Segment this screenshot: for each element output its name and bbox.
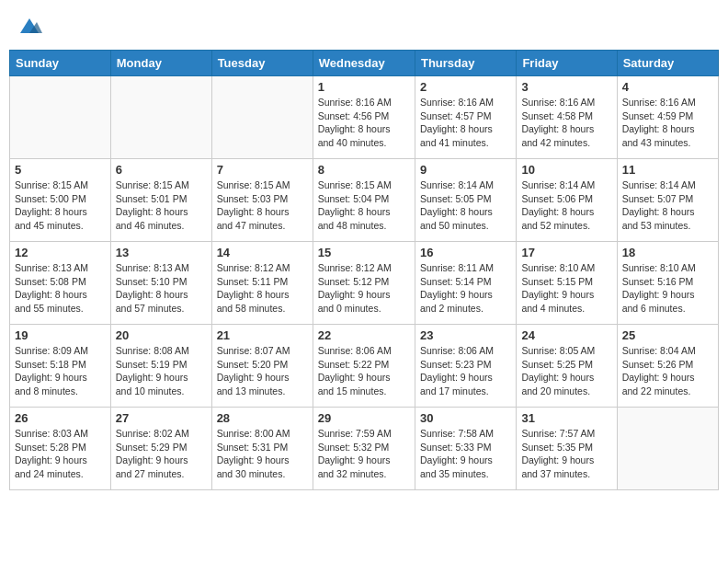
week-row-4: 19Sunrise: 8:09 AM Sunset: 5:18 PM Dayli… [10, 325, 719, 408]
weekday-header-row: SundayMondayTuesdayWednesdayThursdayFrid… [10, 51, 719, 76]
weekday-header-sunday: Sunday [10, 51, 111, 76]
calendar-cell: 16Sunrise: 8:11 AM Sunset: 5:14 PM Dayli… [415, 242, 516, 325]
day-number: 13 [116, 246, 207, 259]
calendar-cell: 24Sunrise: 8:05 AM Sunset: 5:25 PM Dayli… [517, 325, 617, 408]
calendar-cell: 21Sunrise: 8:07 AM Sunset: 5:20 PM Dayli… [211, 325, 313, 408]
day-number: 30 [420, 411, 511, 425]
page-header [9, 9, 719, 42]
day-info: Sunrise: 8:11 AM Sunset: 5:14 PM Dayligh… [420, 261, 511, 316]
day-number: 31 [521, 411, 611, 425]
day-info: Sunrise: 8:07 AM Sunset: 5:20 PM Dayligh… [217, 344, 308, 398]
logo [17, 13, 46, 39]
day-info: Sunrise: 8:09 AM Sunset: 5:18 PM Dayligh… [15, 344, 106, 398]
calendar-table: SundayMondayTuesdayWednesdayThursdayFrid… [9, 50, 719, 490]
day-info: Sunrise: 7:58 AM Sunset: 5:33 PM Dayligh… [420, 427, 511, 481]
calendar-cell: 8Sunrise: 8:15 AM Sunset: 5:04 PM Daylig… [313, 159, 415, 242]
week-row-1: 1Sunrise: 8:16 AM Sunset: 4:56 PM Daylig… [10, 76, 719, 159]
day-info: Sunrise: 8:15 AM Sunset: 5:03 PM Dayligh… [217, 178, 308, 233]
day-info: Sunrise: 8:08 AM Sunset: 5:19 PM Dayligh… [116, 344, 207, 398]
day-info: Sunrise: 8:15 AM Sunset: 5:01 PM Dayligh… [116, 178, 207, 233]
weekday-header-monday: Monday [110, 51, 211, 76]
day-info: Sunrise: 8:15 AM Sunset: 5:04 PM Dayligh… [318, 178, 410, 233]
day-number: 29 [318, 411, 410, 425]
day-info: Sunrise: 8:16 AM Sunset: 4:56 PM Dayligh… [318, 96, 410, 150]
day-info: Sunrise: 8:10 AM Sunset: 5:15 PM Dayligh… [521, 261, 611, 316]
calendar-cell: 13Sunrise: 8:13 AM Sunset: 5:10 PM Dayli… [110, 242, 211, 325]
day-number: 10 [521, 163, 611, 177]
day-info: Sunrise: 8:06 AM Sunset: 5:22 PM Dayligh… [318, 344, 410, 398]
calendar-cell [110, 76, 211, 159]
day-number: 3 [521, 80, 611, 94]
weekday-header-friday: Friday [517, 51, 617, 76]
day-number: 9 [420, 163, 511, 177]
calendar-cell: 19Sunrise: 8:09 AM Sunset: 5:18 PM Dayli… [10, 325, 111, 408]
day-number: 5 [15, 163, 106, 177]
calendar-cell: 10Sunrise: 8:14 AM Sunset: 5:06 PM Dayli… [517, 159, 617, 242]
day-number: 2 [420, 80, 511, 94]
calendar-cell: 2Sunrise: 8:16 AM Sunset: 4:57 PM Daylig… [415, 76, 516, 159]
day-info: Sunrise: 8:12 AM Sunset: 5:12 PM Dayligh… [318, 261, 410, 316]
day-info: Sunrise: 8:15 AM Sunset: 5:00 PM Dayligh… [15, 178, 106, 233]
calendar-cell: 27Sunrise: 8:02 AM Sunset: 5:29 PM Dayli… [110, 408, 211, 490]
day-number: 28 [217, 411, 308, 425]
day-number: 23 [420, 328, 511, 342]
calendar-cell [10, 76, 111, 159]
calendar-cell: 9Sunrise: 8:14 AM Sunset: 5:05 PM Daylig… [415, 159, 516, 242]
day-info: Sunrise: 8:16 AM Sunset: 4:57 PM Dayligh… [420, 96, 511, 150]
calendar-cell: 12Sunrise: 8:13 AM Sunset: 5:08 PM Dayli… [10, 242, 111, 325]
day-info: Sunrise: 8:00 AM Sunset: 5:31 PM Dayligh… [217, 427, 308, 481]
day-number: 14 [217, 246, 308, 259]
calendar-cell: 1Sunrise: 8:16 AM Sunset: 4:56 PM Daylig… [313, 76, 415, 159]
day-number: 6 [116, 163, 207, 177]
day-number: 12 [15, 246, 106, 259]
day-info: Sunrise: 8:16 AM Sunset: 4:59 PM Dayligh… [622, 96, 713, 150]
day-number: 18 [622, 246, 713, 259]
day-number: 15 [318, 246, 410, 259]
day-info: Sunrise: 8:10 AM Sunset: 5:16 PM Dayligh… [622, 261, 713, 316]
weekday-header-thursday: Thursday [415, 51, 516, 76]
calendar-cell: 5Sunrise: 8:15 AM Sunset: 5:00 PM Daylig… [10, 159, 111, 242]
calendar-cell: 6Sunrise: 8:15 AM Sunset: 5:01 PM Daylig… [110, 159, 211, 242]
day-number: 21 [217, 328, 308, 342]
day-info: Sunrise: 8:13 AM Sunset: 5:08 PM Dayligh… [15, 261, 106, 316]
calendar-cell: 29Sunrise: 7:59 AM Sunset: 5:32 PM Dayli… [313, 408, 415, 490]
calendar-cell: 28Sunrise: 8:00 AM Sunset: 5:31 PM Dayli… [211, 408, 313, 490]
calendar-cell: 11Sunrise: 8:14 AM Sunset: 5:07 PM Dayli… [617, 159, 718, 242]
day-info: Sunrise: 8:06 AM Sunset: 5:23 PM Dayligh… [420, 344, 511, 398]
day-number: 24 [521, 328, 611, 342]
day-info: Sunrise: 8:02 AM Sunset: 5:29 PM Dayligh… [116, 427, 207, 481]
logo-icon [17, 13, 42, 39]
calendar-cell: 26Sunrise: 8:03 AM Sunset: 5:28 PM Dayli… [10, 408, 111, 490]
day-info: Sunrise: 7:57 AM Sunset: 5:35 PM Dayligh… [521, 427, 611, 481]
weekday-header-wednesday: Wednesday [313, 51, 415, 76]
calendar-cell: 15Sunrise: 8:12 AM Sunset: 5:12 PM Dayli… [313, 242, 415, 325]
weekday-header-tuesday: Tuesday [211, 51, 313, 76]
day-number: 11 [622, 163, 713, 177]
day-number: 17 [521, 246, 611, 259]
calendar-cell: 20Sunrise: 8:08 AM Sunset: 5:19 PM Dayli… [110, 325, 211, 408]
day-number: 1 [318, 80, 410, 94]
day-number: 8 [318, 163, 410, 177]
calendar-cell: 31Sunrise: 7:57 AM Sunset: 5:35 PM Dayli… [517, 408, 617, 490]
week-row-3: 12Sunrise: 8:13 AM Sunset: 5:08 PM Dayli… [10, 242, 719, 325]
day-info: Sunrise: 8:16 AM Sunset: 4:58 PM Dayligh… [521, 96, 611, 150]
day-info: Sunrise: 7:59 AM Sunset: 5:32 PM Dayligh… [318, 427, 410, 481]
week-row-2: 5Sunrise: 8:15 AM Sunset: 5:00 PM Daylig… [10, 159, 719, 242]
calendar-cell: 25Sunrise: 8:04 AM Sunset: 5:26 PM Dayli… [617, 325, 718, 408]
day-number: 4 [622, 80, 713, 94]
calendar-cell [211, 76, 313, 159]
day-number: 26 [15, 411, 106, 425]
day-info: Sunrise: 8:03 AM Sunset: 5:28 PM Dayligh… [15, 427, 106, 481]
day-info: Sunrise: 8:05 AM Sunset: 5:25 PM Dayligh… [521, 344, 611, 398]
day-number: 20 [116, 328, 207, 342]
calendar-cell: 3Sunrise: 8:16 AM Sunset: 4:58 PM Daylig… [517, 76, 617, 159]
weekday-header-saturday: Saturday [617, 51, 718, 76]
day-info: Sunrise: 8:14 AM Sunset: 5:07 PM Dayligh… [622, 178, 713, 233]
day-info: Sunrise: 8:12 AM Sunset: 5:11 PM Dayligh… [217, 261, 308, 316]
calendar-cell: 4Sunrise: 8:16 AM Sunset: 4:59 PM Daylig… [617, 76, 718, 159]
day-number: 25 [622, 328, 713, 342]
calendar-cell: 14Sunrise: 8:12 AM Sunset: 5:11 PM Dayli… [211, 242, 313, 325]
day-info: Sunrise: 8:14 AM Sunset: 5:06 PM Dayligh… [521, 178, 611, 233]
calendar-cell: 22Sunrise: 8:06 AM Sunset: 5:22 PM Dayli… [313, 325, 415, 408]
day-number: 19 [15, 328, 106, 342]
